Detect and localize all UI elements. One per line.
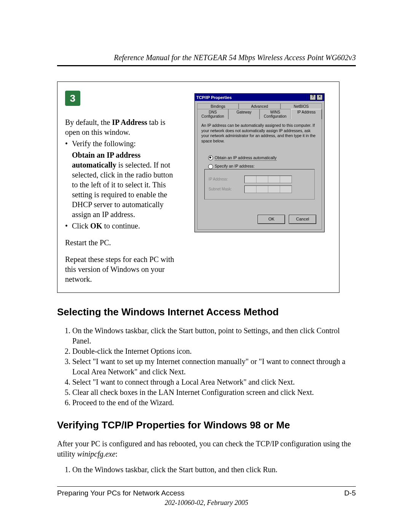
ip-address-panel: An IP address can be automatically assig…	[197, 119, 322, 230]
cancel-button[interactable]: Cancel	[289, 215, 316, 224]
click-ok-suffix: to continue.	[102, 222, 140, 230]
step-number-badge: 3	[65, 91, 80, 106]
radio-dot-specify[interactable]	[208, 164, 213, 169]
list-item: Proceed to the end of the Wizard.	[72, 398, 356, 408]
tcpip-properties-dialog: TCP/IP Properties ? × Bindings Advanced …	[194, 93, 325, 232]
list-item: On the Windows taskbar, click the Start …	[72, 465, 356, 475]
verifying-intro: After your PC is configured and has rebo…	[57, 439, 356, 459]
radio-specify-label: Specify an IP address:	[215, 164, 255, 169]
page-footer: Preparing Your PCs for Network Access D-…	[57, 489, 356, 497]
close-button[interactable]: ×	[317, 94, 323, 100]
tab-ip-address[interactable]: IP Address	[291, 109, 322, 119]
tab-dns-configuration[interactable]: DNS Configuration	[197, 109, 228, 119]
list-item: Select "I want to connect through a Loca…	[72, 377, 356, 387]
bullet-click-ok: Click OK to continue.	[65, 221, 180, 231]
click-ok-prefix: Click	[72, 222, 90, 230]
verifying-steps: On the Windows taskbar, click the Start …	[57, 465, 356, 475]
radio-specify-ip[interactable]: Specify an IP address:	[208, 164, 318, 169]
step-intro-bold: IP Address	[112, 118, 147, 126]
dialog-title: TCP/IP Properties	[196, 95, 232, 100]
footer-docnumber: 202-10060-02, February 2005	[57, 499, 356, 507]
header-rule	[57, 65, 356, 66]
ip-address-label: IP Address:	[209, 177, 239, 182]
click-ok-bold: OK	[90, 222, 102, 230]
tab-wins-configuration[interactable]: WINS Configuration	[260, 109, 291, 119]
radio-dot-obtain[interactable]	[208, 155, 213, 160]
step-intro-prefix: By default, the	[65, 118, 112, 126]
dialog-column: TCP/IP Properties ? × Bindings Advanced …	[184, 82, 339, 239]
list-item: On the Windows taskbar, click the Start …	[72, 326, 356, 346]
footer-right: D-5	[344, 489, 356, 497]
specify-ip-fieldset: IP Address: Subnet Mask:	[204, 169, 315, 200]
panel-description: An IP address can be automatically assig…	[201, 123, 318, 144]
tab-row-front: DNS Configuration Gateway WINS Configura…	[197, 109, 322, 119]
help-button[interactable]: ?	[310, 94, 316, 100]
bullet-verify: Verify the following:	[65, 139, 180, 149]
list-item: Select "I want to set up my Internet con…	[72, 356, 356, 377]
subnet-mask-input	[244, 185, 292, 193]
subnet-mask-label: Subnet Mask:	[209, 187, 239, 192]
footer-left: Preparing Your PCs for Network Access	[57, 489, 185, 497]
tab-netbios[interactable]: NetBIOS	[280, 103, 322, 109]
verifying-intro-suffix: :	[115, 450, 118, 458]
footer-rule	[57, 486, 356, 487]
obtain-rest: is selected. If not selected, click in t…	[72, 161, 173, 219]
radio-obtain-auto[interactable]: Obtain an IP address automatically	[208, 155, 318, 161]
dialog-titlebar: TCP/IP Properties ? ×	[195, 94, 324, 101]
section-selecting-method-title: Selecting the Windows Internet Access Me…	[57, 306, 356, 318]
list-item: Double-click the Internet Options icon.	[72, 346, 356, 356]
verifying-intro-italic: winipcfg.exe	[77, 450, 116, 458]
page-header-title: Reference Manual for the NETGEAR 54 Mbps…	[57, 53, 356, 62]
tab-row-back: Bindings Advanced NetBIOS	[197, 103, 322, 109]
step-intro: By default, the IP Address tab is open o…	[65, 117, 180, 137]
repeat-text: Repeat these steps for each PC with this…	[65, 254, 180, 284]
ok-button[interactable]: OK	[258, 215, 285, 224]
obtain-paragraph: Obtain an IP address automatically is se…	[65, 150, 180, 219]
tab-advanced[interactable]: Advanced	[239, 103, 280, 109]
list-item: Clear all check boxes in the LAN Interne…	[72, 387, 356, 398]
restart-text: Restart the PC.	[65, 238, 180, 248]
step-figure: 3 By default, the IP Address tab is open…	[57, 81, 339, 293]
tab-gateway[interactable]: Gateway	[228, 109, 260, 119]
ip-address-input	[244, 176, 292, 183]
radio-obtain-label: Obtain an IP address automatically	[215, 155, 277, 161]
selecting-method-steps: On the Windows taskbar, click the Start …	[57, 326, 356, 408]
tab-bindings[interactable]: Bindings	[197, 103, 239, 109]
section-verifying-tcpip-title: Verifying TCP/IP Properties for Windows …	[57, 419, 356, 431]
step-text-column: 3 By default, the IP Address tab is open…	[57, 82, 184, 292]
